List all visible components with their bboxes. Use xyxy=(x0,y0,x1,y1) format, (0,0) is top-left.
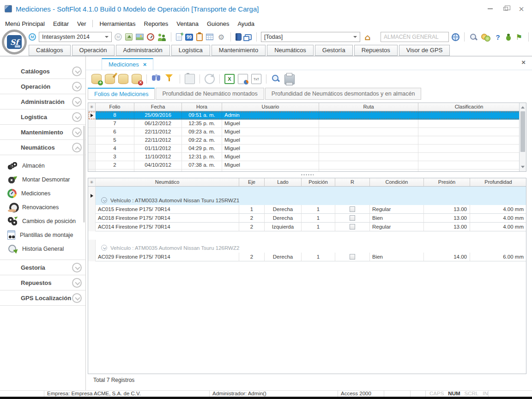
sidebar-item[interactable]: Almacén xyxy=(0,159,85,173)
column-header-lado[interactable]: Lado xyxy=(265,178,302,187)
todas-filter-combo[interactable]: [Todas] xyxy=(261,32,360,42)
column-header-presion[interactable]: Presión xyxy=(424,178,470,187)
cell-fecha[interactable]: 06/12/2012 xyxy=(134,120,182,128)
cell-ruta[interactable] xyxy=(319,153,418,161)
table-row[interactable]: 7 06/12/2012 12:35 p. m. Miguel xyxy=(88,120,526,128)
sidebar-section[interactable]: GPS Localización xyxy=(0,290,85,306)
circle-chevron-icon[interactable] xyxy=(72,82,82,91)
sub-tab[interactable]: Folios de Mediciones xyxy=(88,88,155,100)
module-tab[interactable]: Operación xyxy=(72,45,115,56)
table-row[interactable]: AC018 Firestone P175/ 70R14 2 Derecha 1 … xyxy=(88,214,526,223)
preview-icon[interactable] xyxy=(271,74,281,84)
table-row[interactable]: 4 01/11/2012 04:29 p. m. Miguel xyxy=(88,145,526,153)
close-tab-icon[interactable]: × xyxy=(143,61,147,67)
counter-99-icon[interactable]: 99 xyxy=(185,34,193,41)
cell-neumatico[interactable]: AC014 Firestone P175/ 70R14 xyxy=(96,223,239,231)
binoculars-icon[interactable] xyxy=(151,74,162,84)
column-header-fecha[interactable]: Fecha xyxy=(134,103,182,111)
cell-ruta[interactable] xyxy=(319,128,418,136)
cell-usuario[interactable]: Miguel xyxy=(222,145,319,153)
close-button[interactable]: ✕ xyxy=(517,5,526,13)
cell-lado[interactable]: Izquierda xyxy=(265,223,302,231)
cell-usuario[interactable]: Miguel xyxy=(222,153,319,161)
sidebar-section[interactable]: Gestoría xyxy=(0,260,85,275)
cell-neumatico[interactable]: AC015 Firestone P175/ 70R14 xyxy=(96,205,239,214)
circle-chevron-icon[interactable] xyxy=(72,112,82,122)
cell-hora[interactable]: 04:29 p. m. xyxy=(182,145,222,153)
cell-posicion[interactable]: 1 xyxy=(302,214,335,223)
sidebar-item[interactable]: Montar Desmontar xyxy=(0,173,85,187)
module-tab[interactable]: Administración xyxy=(116,45,170,56)
sidebar-section[interactable]: Administración xyxy=(0,94,85,109)
bug-icon[interactable] xyxy=(506,33,511,41)
sidebar-section[interactable]: Catálogos xyxy=(0,64,85,79)
tab-mediciones[interactable]: Mediciones × xyxy=(102,58,153,70)
menu-item[interactable]: Ver xyxy=(73,20,91,27)
circle-chevron-icon[interactable] xyxy=(72,278,82,288)
cell-folio[interactable]: 3 xyxy=(96,153,134,161)
module-tab[interactable]: Neumáticos xyxy=(267,45,314,56)
circle-chevron-icon[interactable] xyxy=(72,143,82,152)
cell-fecha[interactable]: 22/11/2012 xyxy=(134,136,182,145)
refresh-icon[interactable] xyxy=(205,74,215,84)
cell-presion[interactable]: 13.00 xyxy=(424,223,470,231)
cell-profundidad[interactable]: 4.00 mm xyxy=(470,214,526,223)
sidebar-section[interactable]: Repuestos xyxy=(0,275,85,290)
cell-eje[interactable]: 2 xyxy=(239,214,265,223)
table-row[interactable]: 3 11/10/2012 12:31 p. m. Miguel xyxy=(88,153,526,161)
profile-combo[interactable]: Interasystem 2014 xyxy=(39,32,112,42)
cell-folio[interactable]: 7 xyxy=(96,120,134,128)
sidebar-section[interactable]: Mantenimiento xyxy=(0,125,85,140)
sidebar-item[interactable]: Renovaciones xyxy=(0,200,85,214)
sub-tab[interactable]: Profundidad de Neumático montados xyxy=(156,88,264,100)
module-tab[interactable]: Mantenimiento xyxy=(212,45,266,56)
flag-icon[interactable]: ⚑ xyxy=(514,32,524,42)
globe-icon[interactable] xyxy=(452,33,459,41)
db-view-icon[interactable] xyxy=(118,74,128,84)
module-tab[interactable]: Repuestos xyxy=(354,45,398,56)
cell-clasificacion[interactable] xyxy=(418,111,520,120)
sidebar-section[interactable]: Operación xyxy=(0,79,85,94)
group-row[interactable]: Vehículo : ATM0033 Automovil Nissan Tsur… xyxy=(88,187,526,205)
cell-condicion[interactable]: Bien xyxy=(370,214,424,223)
close-panel-icon[interactable]: × xyxy=(521,59,526,66)
r-checkbox[interactable] xyxy=(350,224,355,230)
menu-item[interactable]: Reportes xyxy=(140,20,173,27)
module-tab[interactable]: Catálogos xyxy=(29,45,71,56)
column-header-r[interactable]: R xyxy=(335,178,370,187)
sub-tab[interactable]: Profundidad de Neumáticos desmontados y … xyxy=(265,88,422,100)
cell-hora[interactable]: 09:23 a. m. xyxy=(182,128,222,136)
paste-icon[interactable] xyxy=(185,74,195,84)
sidebar-item[interactable]: Plantillas de montaje xyxy=(0,228,85,242)
cell-usuario[interactable]: Miguel xyxy=(222,161,319,169)
table-row[interactable]: 6 22/11/2012 09:23 a. m. Miguel xyxy=(88,128,526,136)
warehouse-input[interactable] xyxy=(381,32,449,42)
cell-ruta[interactable] xyxy=(319,120,418,128)
settings-gear-icon[interactable]: ⚙ xyxy=(217,32,226,42)
cell-hora[interactable]: 09:22 a. m. xyxy=(182,136,222,145)
cell-folio[interactable]: 2 xyxy=(96,161,134,169)
clipboard-icon[interactable] xyxy=(196,33,203,41)
cell-presion[interactable]: 13.00 xyxy=(424,205,470,214)
cell-folio[interactable]: 8 xyxy=(96,111,134,120)
scroll-down-icon[interactable] xyxy=(521,166,525,168)
cell-fecha[interactable]: 25/09/2016 xyxy=(134,111,182,120)
m-circle-icon[interactable]: M xyxy=(29,33,36,41)
menu-item[interactable]: Herramientas xyxy=(95,20,139,27)
column-header-folio[interactable]: Folio xyxy=(96,103,134,111)
table-row[interactable]: AC015 Firestone P175/ 70R14 1 Derecha 1 … xyxy=(88,205,526,214)
menu-item[interactable]: Ventana xyxy=(172,20,203,27)
grid-table-icon[interactable] xyxy=(206,34,213,40)
circle-chevron-icon[interactable] xyxy=(72,293,82,303)
r-checkbox[interactable] xyxy=(350,206,355,212)
cell-usuario[interactable]: Miguel xyxy=(222,136,319,145)
cell-ruta[interactable] xyxy=(319,136,418,145)
module-tab[interactable]: Gestoría xyxy=(315,45,353,56)
cell-lado[interactable]: Derecha xyxy=(265,253,302,261)
cell-presion[interactable]: 13.00 xyxy=(424,214,470,223)
menu-item[interactable]: Ayuda xyxy=(233,20,259,27)
tools-search-icon[interactable] xyxy=(469,33,478,42)
scrollbar-thumb[interactable] xyxy=(520,111,525,152)
cell-usuario[interactable]: Admin xyxy=(222,111,319,120)
module-tab[interactable]: Logística xyxy=(171,45,210,56)
